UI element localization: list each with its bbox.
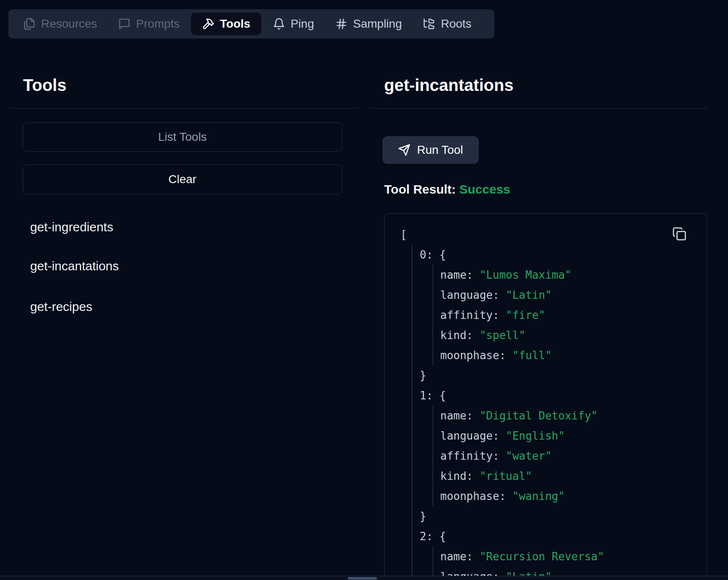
json-index-row: 0: { (412, 245, 707, 265)
json-array-body: 0: {name: "Lumos Maxima"language: "Latin… (412, 245, 707, 580)
json-field-row: moonphase: "waning" (433, 486, 707, 506)
json-string-value: "fire" (506, 309, 545, 321)
tab-label: Resources (41, 17, 97, 31)
hash-icon (335, 18, 348, 30)
json-key: name: (440, 550, 480, 563)
json-field-row: moonphase: "full" (433, 345, 707, 365)
tool-list-item[interactable]: get-recipes (23, 294, 343, 319)
json-key: name: (440, 269, 480, 281)
tool-result-label: Tool Result: (384, 182, 456, 196)
hammer-icon (202, 18, 214, 30)
bell-icon (273, 18, 285, 30)
json-close-brace-row: } (412, 365, 707, 386)
json-key: kind: (440, 329, 480, 342)
horizontal-scrollbar[interactable] (0, 576, 728, 580)
json-key: affinity: (440, 309, 506, 321)
json-key: kind: (440, 470, 480, 482)
run-tool-label: Run Tool (417, 143, 463, 157)
json-string-value: "spell" (480, 329, 526, 342)
detail-panel-divider (369, 108, 707, 109)
tab-ping[interactable]: Ping (263, 9, 324, 39)
json-string-value: "Lumos Maxima" (480, 269, 571, 281)
json-root-bracket: [ (400, 225, 707, 245)
message-square-icon (118, 18, 131, 30)
tool-result-json-panel: [ 0: {name: "Lumos Maxima"language: "Lat… (384, 213, 707, 580)
json-index: 0 (420, 249, 426, 261)
json-field-row: kind: "ritual" (433, 466, 707, 486)
folder-tree-icon (423, 18, 435, 30)
selected-tool-title: get-incantations (384, 75, 514, 95)
json-string-value: "ritual" (480, 470, 532, 482)
json-field-row: name: "Digital Detoxify" (433, 406, 707, 426)
tab-label: Ping (291, 17, 314, 31)
json-string-value: "Digital Detoxify" (480, 409, 598, 422)
copy-button[interactable] (671, 225, 688, 242)
tab-prompts[interactable]: Prompts (108, 9, 189, 39)
json-field-row: language: "Latin" (433, 285, 707, 305)
tab-label: Prompts (136, 17, 180, 31)
list-tools-button[interactable]: List Tools (23, 122, 342, 152)
json-index: 1 (420, 389, 426, 402)
files-icon (23, 18, 36, 30)
json-viewer: [ 0: {name: "Lumos Maxima"language: "Lat… (385, 214, 707, 580)
json-field-row: kind: "spell" (433, 325, 707, 345)
json-object-body: name: "Digital Detoxify"language: "Engli… (433, 406, 707, 506)
json-object-body: name: "Lumos Maxima"language: "Latin"aff… (433, 265, 707, 365)
json-field-row: name: "Recursion Reversa" (433, 546, 707, 567)
json-field-row: affinity: "fire" (433, 305, 707, 325)
tool-result-line: Tool Result: Success (384, 181, 510, 197)
tool-list-item[interactable]: get-ingredients (23, 215, 343, 240)
run-tool-button[interactable]: Run Tool (382, 136, 479, 164)
json-key: language: (440, 289, 506, 301)
json-string-value: "Recursion Reversa" (480, 550, 604, 563)
json-string-value: "Latin" (506, 289, 552, 301)
json-string-value: "English" (506, 430, 565, 442)
tab-roots[interactable]: Roots (413, 9, 481, 39)
tab-bar: Resources Prompts Tools Ping Sampling Ro… (8, 9, 494, 39)
json-object-body: name: "Recursion Reversa"language: "Lati… (433, 546, 707, 580)
tool-list-item[interactable]: get-incantations (23, 254, 343, 279)
tab-sampling[interactable]: Sampling (325, 9, 412, 39)
json-key: moonphase: (440, 349, 512, 362)
json-close-brace-row: } (412, 506, 707, 526)
clear-button[interactable]: Clear (23, 164, 342, 194)
send-icon (398, 144, 410, 156)
json-field-row: name: "Lumos Maxima" (433, 265, 707, 285)
copy-icon (672, 227, 687, 241)
json-key: language: (440, 430, 506, 442)
json-string-value: "waning" (512, 490, 565, 502)
tools-panel-title: Tools (23, 75, 67, 95)
json-field-row: affinity: "water" (433, 446, 707, 466)
json-string-value: "full" (512, 349, 552, 362)
json-field-row: language: "English" (433, 426, 707, 446)
json-key: affinity: (440, 450, 506, 462)
json-index-row: 1: { (412, 386, 707, 406)
tab-label: Sampling (353, 17, 402, 31)
json-string-value: "water" (506, 450, 552, 462)
json-key: name: (440, 409, 480, 422)
json-key: moonphase: (440, 490, 512, 502)
tab-label: Roots (441, 17, 471, 31)
tab-label: Tools (220, 17, 250, 31)
json-index: 2 (420, 530, 426, 543)
tab-resources[interactable]: Resources (13, 9, 107, 39)
tab-tools[interactable]: Tools (191, 13, 261, 35)
horizontal-scrollbar-thumb[interactable] (348, 577, 377, 580)
status-badge: Success (459, 182, 510, 196)
tools-panel-divider (9, 108, 359, 109)
json-index-row: 2: { (412, 526, 707, 546)
